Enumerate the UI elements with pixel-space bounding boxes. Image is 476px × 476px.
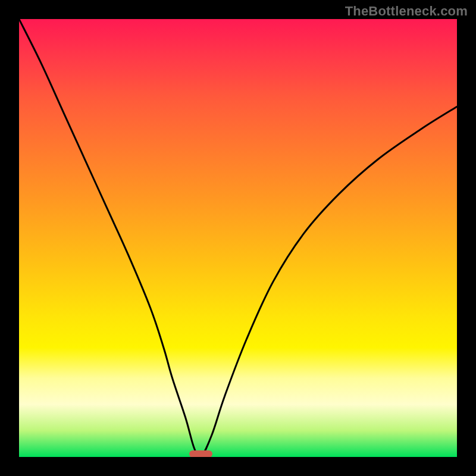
- bottleneck-curve: [19, 19, 457, 457]
- watermark-text: TheBottleneck.com: [345, 4, 468, 19]
- chart-frame: TheBottleneck.com: [0, 0, 476, 476]
- plot-area: [19, 19, 457, 457]
- minimum-marker: [189, 450, 212, 457]
